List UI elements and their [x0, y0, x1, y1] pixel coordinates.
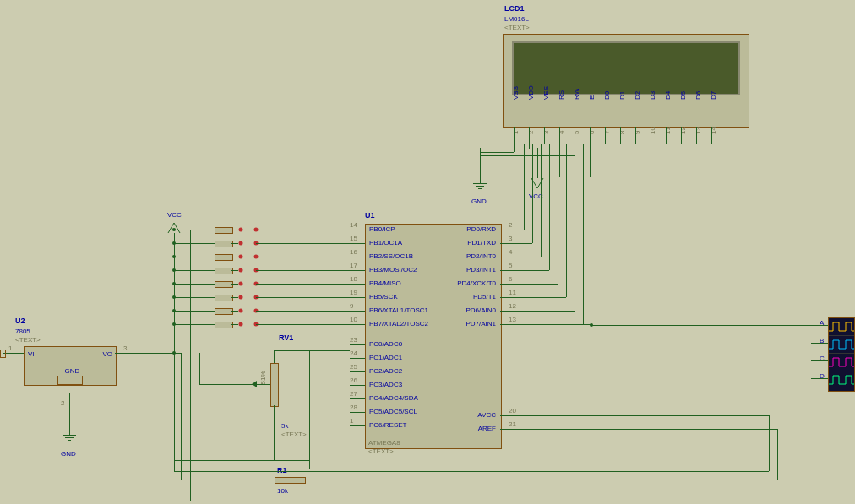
- u1-left-name-9: PC1/ADC1: [369, 354, 402, 361]
- bank-btn-dot-l-0[interactable]: [239, 228, 243, 232]
- bank-res-5[interactable]: [215, 295, 233, 301]
- bank-wire-m-4: [231, 284, 238, 285]
- u1-right-stub-3: [500, 270, 515, 271]
- u1-right-name-0: PD0/RXD: [466, 225, 496, 233]
- u1-left-num-9: 24: [350, 350, 357, 357]
- u1-right-num-2: 4: [509, 248, 512, 256]
- bank-wire-l-2: [174, 257, 215, 257]
- u1-right-stub-4: [500, 284, 515, 285]
- lcd-component[interactable]: [503, 34, 749, 128]
- u1-right-name-6: PD6/AIN0: [466, 306, 496, 314]
- lcd-pin-name-8: D2: [634, 91, 641, 100]
- u1-left-stub-1: [350, 243, 365, 244]
- u1-left-num-6: 9: [350, 302, 353, 310]
- pc0-v: [309, 350, 310, 469]
- bank-gnd-bus-0: [190, 230, 191, 243]
- rv1-bot-to-bus: [274, 420, 275, 460]
- bank-res-3[interactable]: [215, 268, 233, 274]
- terminal-u2-vi[interactable]: [0, 350, 6, 358]
- u1-left-num-14: 1: [350, 417, 353, 425]
- bottom-bus-2: [181, 480, 777, 480]
- bank-btn-dot-l-3[interactable]: [239, 268, 243, 273]
- bank-res-7[interactable]: [215, 322, 233, 328]
- bank-res-1[interactable]: [215, 241, 233, 247]
- wire-scope-b: [811, 343, 828, 344]
- bank-btn-dot-l-6[interactable]: [239, 309, 243, 313]
- oscilloscope[interactable]: [828, 317, 855, 392]
- gnd-bar-u2c: [68, 440, 71, 441]
- u1-left-stub-10: [350, 371, 365, 372]
- bank-wire-r-2: [256, 257, 350, 257]
- u2-component[interactable]: VI VO GND: [24, 346, 117, 386]
- lcd-e-v: [590, 144, 591, 177]
- u1-right-name-1: PD1/TXD: [467, 239, 496, 247]
- bank-res-4[interactable]: [215, 281, 233, 288]
- bank-wire-r-6: [256, 311, 350, 312]
- bank-wire-r-4: [256, 284, 350, 285]
- bank-btn-dot-l-4[interactable]: [239, 282, 243, 286]
- bank-wire-r-7: [256, 324, 350, 325]
- bank-vcc-node-0: [172, 228, 176, 231]
- lcd-pin-name-0: VSS: [512, 86, 520, 100]
- bank-vcc-node-2: [172, 255, 176, 258]
- bank-res-0[interactable]: [215, 227, 233, 234]
- u1-left-stub-6: [350, 311, 365, 312]
- u1-right-num-1: 3: [509, 235, 512, 242]
- rv1-textph: <TEXT>: [281, 431, 307, 438]
- lcd-pin-stub-0: [514, 127, 515, 144]
- lcd-pin-name-3: RS: [558, 90, 565, 100]
- rv1-top-wire: [274, 350, 275, 363]
- u1-left-num-2: 16: [350, 248, 357, 256]
- u1-right-name-7: PD7/AIN1: [466, 320, 496, 328]
- scope-a-h2: [515, 324, 591, 325]
- u1-left-num-8: 23: [350, 336, 357, 344]
- vo-bus-down: [181, 353, 182, 480]
- u1-left-stub-2: [350, 257, 365, 257]
- bottom-bus-1: [174, 471, 769, 472]
- bank-btn-dot-l-2[interactable]: [239, 255, 243, 259]
- wire-scope-d: [811, 378, 828, 379]
- bank-gnd-bus-2: [190, 257, 191, 270]
- wire-u2-vi: [3, 353, 24, 354]
- bank-wire-l-6: [174, 311, 215, 312]
- u1-right-num-0: 2: [509, 221, 512, 229]
- lcd-pin-stub-13: [711, 127, 712, 144]
- bank-vcc-node-3: [172, 268, 176, 272]
- gnd-label-lcd: GND: [471, 198, 487, 205]
- bank-btn-dot-l-5[interactable]: [239, 295, 243, 300]
- bank-res-2[interactable]: [215, 254, 233, 261]
- bank-vcc-node-1: [172, 241, 176, 245]
- bank-gnd-bus-5: [190, 297, 191, 311]
- u1-left-num-5: 19: [350, 289, 357, 296]
- bank-wire-m-6: [231, 311, 238, 312]
- bank-wire-l-4: [174, 284, 215, 285]
- lcd-pin-stub-8: [635, 127, 636, 144]
- u1-right-num-3: 5: [509, 262, 512, 269]
- rv1-ref: RV1: [279, 333, 293, 342]
- bank-btn-dot-l-1[interactable]: [239, 241, 243, 246]
- r1-body[interactable]: [275, 477, 306, 484]
- u2-textph: <TEXT>: [15, 336, 41, 344]
- u1-left-stub-7: [350, 324, 365, 325]
- u1-left-name-4: PB4/MISO: [369, 279, 401, 287]
- rv1-body[interactable]: [270, 363, 279, 407]
- bank-gnd-bus-3: [190, 270, 191, 284]
- bank-btn-dot-l-7[interactable]: [239, 322, 243, 327]
- avcc-v: [769, 415, 770, 471]
- wire-u2-vo: [115, 353, 181, 354]
- u1-right-stub-6: [500, 311, 515, 312]
- u1-right-name-8: AVCC: [477, 411, 496, 419]
- u1-left-num-0: 14: [350, 221, 357, 229]
- bank-res-6[interactable]: [215, 308, 233, 315]
- u2-ref: U2: [15, 317, 25, 325]
- u1-right-stub-2: [500, 257, 515, 257]
- bank-wire-r-0: [256, 230, 350, 230]
- gnd-bar-lcd2: [476, 186, 484, 187]
- lcd-pin-name-4: RW: [573, 89, 580, 100]
- lcd-pin-stub-11: [681, 127, 682, 144]
- u1-left-num-10: 25: [350, 363, 357, 371]
- lcd-vss-h: [480, 152, 514, 153]
- bank-wire-l-3: [174, 270, 215, 271]
- wire-vcc-left: [174, 233, 175, 355]
- bank-gnd-bus-1: [190, 243, 191, 257]
